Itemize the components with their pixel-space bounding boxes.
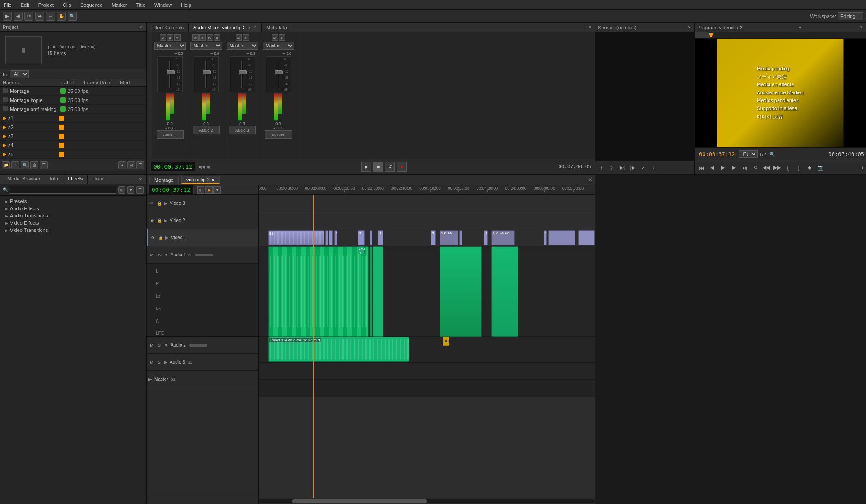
source-play-out[interactable]: }▶ bbox=[628, 163, 637, 172]
ch-solo-0[interactable]: S bbox=[167, 34, 173, 41]
prog-btn-step-fwd[interactable]: ▶ bbox=[718, 163, 728, 173]
panel-new-item[interactable]: + bbox=[11, 161, 19, 169]
ch-mute-2[interactable]: M bbox=[236, 34, 242, 41]
project-row-7[interactable]: ▶s5 bbox=[0, 150, 146, 159]
ch-solo-1[interactable]: S bbox=[199, 34, 206, 41]
ch-fader-knob-1[interactable] bbox=[203, 70, 211, 74]
clip-s1-main[interactable]: s1 bbox=[268, 230, 324, 245]
project-row-3[interactable]: ▶s1 bbox=[0, 114, 146, 123]
prog-btn-shuttle-fwd[interactable]: ▶▶ bbox=[772, 163, 782, 173]
clip-audio2-main[interactable]: lekker v14.wav Volume:Level ▾ bbox=[268, 337, 409, 362]
source-mark-in[interactable]: { bbox=[597, 163, 606, 172]
ch-mute-3[interactable]: M bbox=[272, 34, 278, 41]
workspace-dropdown[interactable]: Editing bbox=[838, 12, 863, 20]
track-expand-v2[interactable]: ▶ bbox=[164, 218, 167, 223]
panel-search[interactable]: 🔍 bbox=[21, 161, 29, 169]
clip-right1[interactable] bbox=[548, 230, 575, 245]
track-content-audio1[interactable]: s2d 1 bbox=[259, 246, 595, 337]
effect-item-1[interactable]: ▶ Audio Effects bbox=[0, 205, 146, 212]
ch-dropdown-2[interactable]: Master bbox=[227, 42, 258, 50]
tab-info[interactable]: Info bbox=[45, 175, 63, 185]
track-expand-master[interactable]: ▶ bbox=[148, 377, 152, 382]
panel-list-view[interactable]: ☰ bbox=[136, 161, 144, 169]
source-close[interactable]: ✕ bbox=[687, 24, 691, 30]
track-solo-a2[interactable]: S bbox=[156, 342, 162, 348]
ch-dropdown-3[interactable]: Master bbox=[263, 42, 294, 50]
project-row-6[interactable]: ▶s4 bbox=[0, 141, 146, 150]
toolbar-btn-4[interactable]: ⬌ bbox=[35, 12, 44, 21]
track-expand-a2[interactable]: ▼ bbox=[164, 342, 168, 347]
menu-item-window[interactable]: Window bbox=[153, 1, 174, 9]
ch-r-0[interactable]: R bbox=[174, 34, 181, 41]
ch-s-1[interactable]: S bbox=[214, 34, 220, 41]
clip-s7c[interactable]: s7c bbox=[358, 230, 365, 245]
track-content-audio2[interactable]: lekker v14.wav Volume:Level ▾ s6d bbox=[259, 337, 595, 363]
clip-audio1-main[interactable] bbox=[268, 246, 369, 337]
clip-audio1-s2d1[interactable] bbox=[370, 246, 372, 337]
track-eye-v1[interactable]: 👁 bbox=[150, 235, 156, 241]
ch-fader-knob-2[interactable] bbox=[239, 70, 247, 74]
effects-search-input[interactable] bbox=[10, 186, 116, 194]
clip-s5-1[interactable] bbox=[325, 230, 328, 245]
program-dropdown[interactable]: ▼ bbox=[798, 25, 802, 30]
menu-item-project[interactable]: Project bbox=[37, 1, 56, 9]
btn-stop[interactable]: ■ bbox=[373, 162, 383, 172]
track-expand-a3[interactable]: ▶ bbox=[164, 360, 167, 365]
track-vol-a2[interactable] bbox=[189, 344, 207, 347]
project-row-5[interactable]: ▶s3 bbox=[0, 132, 146, 141]
track-lock-v1[interactable]: 🔒 bbox=[157, 235, 164, 241]
effects-search-btn3[interactable]: ☰ bbox=[136, 186, 144, 194]
btn-play[interactable]: ▶ bbox=[361, 162, 371, 172]
source-mark-out[interactable]: } bbox=[607, 163, 616, 172]
audio-mixer-close[interactable]: ▼ bbox=[247, 25, 251, 30]
ch-label-btn-3[interactable]: Master bbox=[265, 130, 292, 139]
menu-item-sequence[interactable]: Sequence bbox=[79, 1, 105, 9]
ch-fader-1[interactable]: 0-6-15-21-36dB bbox=[194, 56, 219, 92]
track-content-video2[interactable] bbox=[259, 212, 595, 229]
prog-btn-camera[interactable]: 📷 bbox=[815, 163, 825, 173]
clip-s2d1-r[interactable]: s2 bbox=[431, 230, 435, 245]
toolbar-btn-6[interactable]: ✋ bbox=[57, 12, 66, 21]
effect-item-3[interactable]: ▶ Video Effects bbox=[0, 219, 146, 227]
timeline-marker-btn[interactable]: ◆ bbox=[205, 186, 213, 194]
ch-fader-knob-0[interactable] bbox=[167, 70, 175, 74]
prog-btn-go-end[interactable]: ⏭ bbox=[740, 163, 750, 173]
timeline-tab-videoclip[interactable]: videoclip 2 ✕ bbox=[181, 176, 220, 184]
track-eye-v2[interactable]: 👁 bbox=[148, 217, 155, 224]
panel-delete[interactable]: 🗑 bbox=[30, 161, 38, 169]
ch-fader-3[interactable]: 0-6-15-21-36dB bbox=[266, 56, 291, 92]
ch-fader-2[interactable]: 0-6-15-21-36dB bbox=[230, 56, 255, 92]
menu-item-file[interactable]: File bbox=[2, 1, 14, 9]
clip-spacer2[interactable] bbox=[459, 230, 462, 245]
source-play-in[interactable]: ▶{ bbox=[618, 163, 627, 172]
clip-s2-right[interactable]: s2 bbox=[484, 230, 488, 245]
ch-fader-0[interactable]: 0-6-15-21-36dB bbox=[157, 56, 183, 92]
tab-audio-mixer[interactable]: Audio Mixer: videoclip 2 ▼ ✕ bbox=[189, 23, 262, 32]
prog-btn-loop[interactable]: ↺ bbox=[750, 163, 760, 173]
ch-fader-knob-3[interactable] bbox=[275, 70, 283, 74]
track-solo-a3[interactable]: S bbox=[156, 359, 162, 365]
clip-audio1-far-right[interactable] bbox=[491, 246, 519, 337]
track-content-video1[interactable]: s1 s8 s7c s2 s2 s3d3-4b.VO bbox=[259, 229, 595, 246]
effects-search-btn1[interactable]: ⊞ bbox=[118, 186, 125, 194]
toolbar-btn-2[interactable]: ◀ bbox=[14, 12, 23, 21]
prog-btn-shuttle-back[interactable]: ◀◀ bbox=[761, 163, 771, 173]
tab-metadata[interactable]: Metadata bbox=[262, 23, 292, 32]
prog-expand-btn[interactable]: + bbox=[861, 165, 864, 171]
prog-btn-mark-in[interactable]: { bbox=[783, 163, 793, 173]
clip-s3d3-right[interactable]: s3d3-4.wav ↑ bbox=[491, 230, 515, 245]
program-close[interactable]: ✕ bbox=[859, 24, 863, 30]
program-fit-select[interactable]: Fit bbox=[739, 150, 758, 158]
prog-btn-go-start[interactable]: ⏮ bbox=[696, 163, 706, 173]
timeline-settings-btn[interactable]: ▼ bbox=[213, 186, 221, 194]
prog-btn-add-marker[interactable]: ◆ bbox=[805, 163, 815, 173]
project-row-1[interactable]: ⬛Montage kopie25,00 fps bbox=[0, 96, 146, 105]
panel-settings[interactable]: ☰ bbox=[40, 161, 48, 169]
panel-minimize[interactable]: – bbox=[584, 25, 586, 30]
track-content-video3[interactable] bbox=[259, 195, 595, 212]
track-solo-a1[interactable]: S bbox=[156, 252, 162, 258]
source-insert[interactable]: ↙ bbox=[639, 163, 648, 172]
tab-effects[interactable]: Effects bbox=[63, 175, 88, 185]
menu-item-marker[interactable]: Marker bbox=[110, 1, 129, 9]
clip-spacer1[interactable] bbox=[370, 230, 372, 245]
